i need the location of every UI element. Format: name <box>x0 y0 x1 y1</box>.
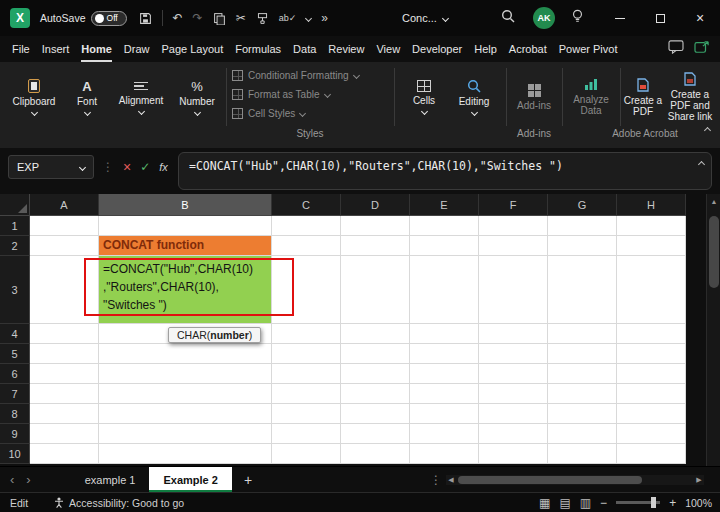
cell-H9[interactable] <box>617 424 686 444</box>
cell-C10[interactable] <box>272 444 341 464</box>
tab-overflow-icon[interactable]: ⋮ <box>430 467 442 493</box>
minimize-button[interactable] <box>600 0 640 36</box>
cell-A10[interactable] <box>30 444 99 464</box>
cell-E4[interactable] <box>410 324 479 344</box>
button-cell-styles[interactable]: Cell Styles <box>232 106 388 121</box>
cell-G5[interactable] <box>548 344 617 364</box>
cell-C1[interactable] <box>272 216 341 236</box>
cell-E10[interactable] <box>410 444 479 464</box>
cell-D5[interactable] <box>341 344 410 364</box>
tab-page-layout[interactable]: Page Layout <box>161 36 223 62</box>
scroll-left-icon[interactable]: ◀ <box>446 476 456 484</box>
tab-file[interactable]: File <box>12 36 30 62</box>
zoom-level[interactable]: 100% <box>685 497 712 509</box>
cell-C2[interactable] <box>272 236 341 256</box>
cell-E3[interactable] <box>410 256 479 324</box>
col-header-E[interactable]: E <box>410 194 479 216</box>
cell-E1[interactable] <box>410 216 479 236</box>
comments-icon[interactable] <box>668 40 684 58</box>
add-sheet-button[interactable]: + <box>232 467 264 492</box>
cell-H7[interactable] <box>617 384 686 404</box>
tab-home[interactable]: Home <box>81 36 112 62</box>
font-group-button[interactable]: A Font <box>66 66 108 128</box>
cell-C6[interactable] <box>272 364 341 384</box>
col-header-D[interactable]: D <box>341 194 410 216</box>
cell-G7[interactable] <box>548 384 617 404</box>
cell-G10[interactable] <box>548 444 617 464</box>
cell-H10[interactable] <box>617 444 686 464</box>
scroll-right-icon[interactable]: ▶ <box>694 476 704 484</box>
spelling-icon[interactable]: ab✓ <box>279 13 297 23</box>
cell-D6[interactable] <box>341 364 410 384</box>
row-header-8[interactable]: 8 <box>0 404 30 424</box>
number-group-button[interactable]: % Number <box>174 66 220 128</box>
share-icon[interactable] <box>694 40 710 58</box>
zoom-slider[interactable] <box>616 501 660 504</box>
next-sheet-icon[interactable]: › <box>26 472 30 487</box>
cell-C9[interactable] <box>272 424 341 444</box>
cell-G6[interactable] <box>548 364 617 384</box>
close-button[interactable]: × <box>680 0 720 36</box>
cell-A2[interactable] <box>30 236 99 256</box>
copy-icon[interactable] <box>213 12 226 25</box>
cell-H3[interactable] <box>617 256 686 324</box>
cell-E8[interactable] <box>410 404 479 424</box>
normal-view-icon[interactable]: ▦ <box>539 496 550 510</box>
row-header-2[interactable]: 2 <box>0 236 30 256</box>
cell-G8[interactable] <box>548 404 617 424</box>
cell-E2[interactable] <box>410 236 479 256</box>
row-header-10[interactable]: 10 <box>0 444 30 464</box>
cell-F1[interactable] <box>479 216 548 236</box>
vertical-scrollbar[interactable]: ▲ <box>706 194 720 466</box>
cell-H8[interactable] <box>617 404 686 424</box>
cell-F4[interactable] <box>479 324 548 344</box>
col-header-C[interactable]: C <box>272 194 341 216</box>
cell-C4[interactable] <box>272 324 341 344</box>
cell-H1[interactable] <box>617 216 686 236</box>
horizontal-scrollbar[interactable]: ◀ ▶ <box>446 475 704 485</box>
col-header-A[interactable]: A <box>30 194 99 216</box>
cut-icon[interactable]: ✂ <box>236 11 246 25</box>
row-header-3[interactable]: 3 <box>0 256 30 324</box>
cell-A5[interactable] <box>30 344 99 364</box>
page-layout-view-icon[interactable]: ▤ <box>559 496 570 510</box>
row-header-6[interactable]: 6 <box>0 364 30 384</box>
col-header-H[interactable]: H <box>617 194 686 216</box>
select-all-corner[interactable] <box>0 194 30 216</box>
excel-app-icon[interactable]: X <box>10 8 30 28</box>
col-header-B[interactable]: B <box>99 194 272 216</box>
cell-C7[interactable] <box>272 384 341 404</box>
row-header-7[interactable]: 7 <box>0 384 30 404</box>
cell-E7[interactable] <box>410 384 479 404</box>
create-pdf-share-button[interactable]: Create a PDF and Share link <box>662 66 718 128</box>
cell-D7[interactable] <box>341 384 410 404</box>
tab-data[interactable]: Data <box>293 36 316 62</box>
cell-C8[interactable] <box>272 404 341 424</box>
cell-D2[interactable] <box>341 236 410 256</box>
zoom-out-icon[interactable]: − <box>600 496 607 510</box>
cell-A4[interactable] <box>30 324 99 344</box>
sheet-tab-example-1[interactable]: example 1 <box>71 467 150 492</box>
scroll-up-icon[interactable]: ▲ <box>707 194 720 208</box>
format-painter-icon[interactable] <box>256 12 269 25</box>
cell-F8[interactable] <box>479 404 548 424</box>
tab-insert[interactable]: Insert <box>42 36 70 62</box>
autosave-toggle[interactable]: Off <box>91 11 127 26</box>
cell-G4[interactable] <box>548 324 617 344</box>
tab-help[interactable]: Help <box>474 36 497 62</box>
cell-D8[interactable] <box>341 404 410 424</box>
analyze-data-button[interactable]: Analyze Data <box>566 66 616 128</box>
cell-H4[interactable] <box>617 324 686 344</box>
vertical-scroll-thumb[interactable] <box>709 216 719 288</box>
name-box-resizer[interactable]: ⋮ <box>102 160 114 174</box>
row-header-1[interactable]: 1 <box>0 216 30 236</box>
cell-E9[interactable] <box>410 424 479 444</box>
cell-E6[interactable] <box>410 364 479 384</box>
avatar[interactable]: AK <box>533 7 555 29</box>
cell-F9[interactable] <box>479 424 548 444</box>
cancel-entry-icon[interactable]: × <box>123 159 131 175</box>
document-title-button[interactable]: Conc... <box>402 0 448 36</box>
tab-acrobat[interactable]: Acrobat <box>509 36 547 62</box>
cell-A8[interactable] <box>30 404 99 424</box>
cell-F6[interactable] <box>479 364 548 384</box>
